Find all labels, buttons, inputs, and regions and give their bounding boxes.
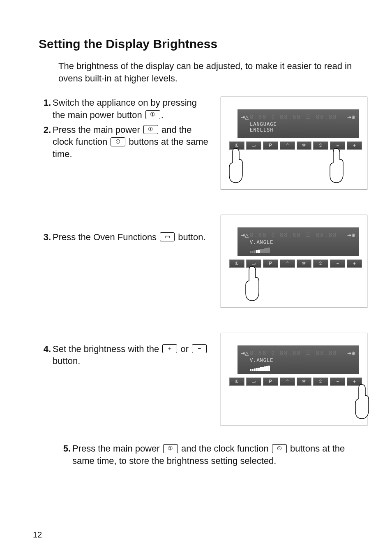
spacer: [39, 163, 211, 229]
step-number: 1.: [39, 97, 53, 109]
clock-button[interactable]: ⏲: [313, 378, 328, 386]
minus-button[interactable]: −: [330, 259, 345, 268]
pointing-finger-icon: [227, 146, 243, 183]
pointing-finger-icon: [243, 264, 260, 301]
power-button[interactable]: ①: [229, 259, 244, 268]
nav-button[interactable]: ⌃: [280, 259, 295, 268]
probe-icon: ⇥△: [241, 114, 249, 120]
steps-list: 1. Switch the appliance on by pressing t…: [39, 97, 211, 426]
step-text: and the clock function: [179, 443, 271, 454]
pointing-finger-icon: [353, 382, 369, 419]
step-body: Press the Oven Functions ▭ button.: [53, 231, 211, 243]
brightness-bars: [250, 365, 270, 371]
plus-button[interactable]: ＋: [347, 141, 362, 150]
step-text: button.: [175, 232, 205, 242]
step-2: 2. Press the main power ① and the clock …: [39, 124, 211, 160]
page: Setting the Display Brightness The brigh…: [0, 0, 392, 556]
power-icon: ①: [143, 125, 158, 134]
intro-text: The brightness of the display can be adj…: [58, 60, 367, 84]
sun-button[interactable]: ✲: [297, 378, 312, 386]
step-text: .: [161, 110, 164, 120]
instructions-row: 1. Switch the appliance on by pressing t…: [39, 97, 367, 426]
page-title: Setting the Display Brightness: [39, 37, 367, 51]
step-number: 3.: [39, 231, 53, 243]
step-4: 4. Set the brightness with the ＋ or − bu…: [39, 343, 211, 367]
oven-display: ⇥△ 8.88 ⟠ 88.88 ☰ 88.88 V.ANGLE ⇥⊕: [238, 227, 359, 256]
brightness-bars: [250, 247, 270, 253]
button-row: ① ▭ P ⌃ ✲ ⏲ − ＋: [229, 378, 362, 386]
pointing-finger-icon: [327, 146, 344, 183]
margin-rule: [33, 25, 33, 531]
oven-functions-icon: ▭: [160, 232, 175, 241]
power-button[interactable]: ①: [229, 378, 244, 386]
step-text: Press the main power: [53, 125, 143, 135]
p-button[interactable]: P: [263, 259, 278, 268]
display-line-1: V.ANGLE: [250, 240, 273, 246]
minus-button[interactable]: −: [330, 378, 345, 386]
plus-button[interactable]: ＋: [347, 259, 362, 268]
step-1: 1. Switch the appliance on by pressing t…: [39, 97, 211, 121]
lock-icon: ⇥⊕: [347, 350, 355, 356]
page-number: 12: [33, 530, 42, 540]
step-body: Set the brightness with the ＋ or − butto…: [53, 343, 211, 367]
display-ghost: 8.88 ⟠ 88.88 ☰ 88.88: [250, 232, 350, 239]
clock-button[interactable]: ⏲: [313, 259, 328, 268]
step-text: or: [178, 344, 191, 354]
display-line-1: V.ANGLE: [250, 358, 273, 364]
figure-3: ⇥△ 8.88 ⟠ 88.88 ☰ 88.88 V.ANGLE ⇥⊕ ① ▭: [221, 333, 367, 426]
display-line-2: ENGLISH: [250, 127, 273, 133]
spacer: [39, 246, 211, 341]
sun-button[interactable]: ✲: [297, 259, 312, 268]
probe-icon: ⇥△: [241, 232, 249, 238]
p-button[interactable]: P: [263, 141, 278, 150]
figure-2: ⇥△ 8.88 ⟠ 88.88 ☰ 88.88 V.ANGLE ⇥⊕ ① ▭: [221, 215, 367, 308]
lock-icon: ⇥⊕: [347, 114, 355, 120]
step-3: 3. Press the Oven Functions ▭ button.: [39, 231, 211, 243]
oven-display: ⇥△ 8.88 ⟠ 88.88 ☰ 88.88 LANGUAGE ENGLISH…: [238, 109, 359, 138]
display-ghost: 8.88 ⟠ 88.88 ☰ 88.88: [250, 114, 350, 120]
display-ghost: 8.88 ⟠ 88.88 ☰ 88.88: [250, 350, 350, 357]
clock-button[interactable]: ⏲: [313, 141, 328, 150]
clock-icon: ⏲: [111, 137, 125, 146]
figures-column: ⇥△ 8.88 ⟠ 88.88 ☰ 88.88 LANGUAGE ENGLISH…: [221, 97, 367, 426]
figure-1: ⇥△ 8.88 ⟠ 88.88 ☰ 88.88 LANGUAGE ENGLISH…: [221, 97, 367, 190]
nav-button[interactable]: ⌃: [280, 378, 295, 386]
minus-icon: −: [192, 344, 207, 353]
power-icon: ①: [145, 110, 160, 119]
step-text: Press the Oven Functions: [53, 232, 159, 242]
oven-functions-button[interactable]: ▭: [246, 378, 261, 386]
step-5: 5. Press the main power ① and the clock …: [58, 442, 367, 467]
step-number: 2.: [39, 124, 53, 136]
oven-display: ⇥△ 8.88 ⟠ 88.88 ☰ 88.88 V.ANGLE ⇥⊕: [238, 345, 359, 374]
clock-icon: ⏲: [272, 444, 287, 453]
power-icon: ①: [163, 444, 178, 453]
step-body: Press the main power ① and the clock fun…: [53, 124, 211, 160]
oven-functions-button[interactable]: ▭: [246, 141, 261, 150]
content-area: Setting the Display Brightness The brigh…: [39, 37, 367, 467]
step-number: 5.: [58, 442, 72, 467]
probe-icon: ⇥△: [241, 350, 249, 356]
step-text: Press the main power: [72, 443, 162, 454]
step-body: Switch the appliance on by pressing the …: [53, 97, 211, 121]
step-text: Switch the appliance on by pressing the …: [53, 97, 197, 120]
step-text: button.: [53, 356, 80, 366]
p-button[interactable]: P: [263, 378, 278, 386]
plus-icon: ＋: [162, 344, 177, 353]
step-number: 4.: [39, 343, 53, 355]
step-body: Press the main power ① and the clock fun…: [72, 442, 367, 467]
lock-icon: ⇥⊕: [347, 232, 355, 238]
sun-button[interactable]: ✲: [297, 141, 312, 150]
nav-button[interactable]: ⌃: [280, 141, 295, 150]
step-text: Set the brightness with the: [53, 344, 161, 354]
display-line-1: LANGUAGE: [250, 122, 277, 127]
